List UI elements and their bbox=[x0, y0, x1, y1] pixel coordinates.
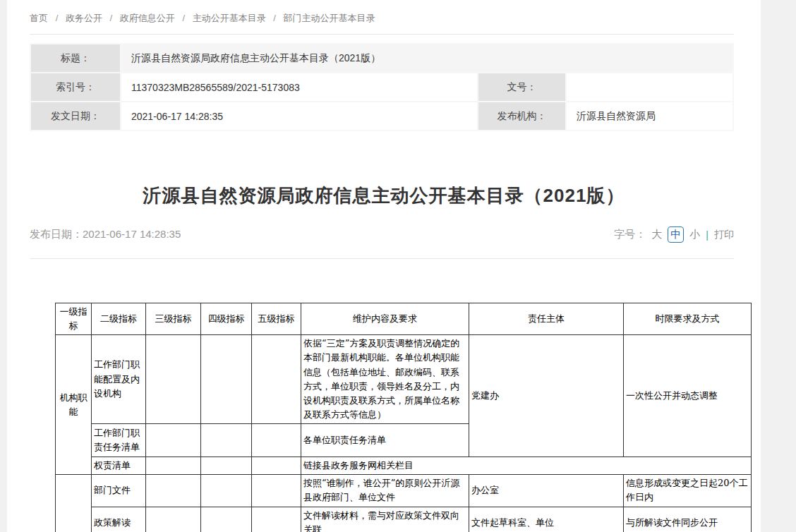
cell-level3 bbox=[146, 507, 201, 532]
cell-timelimit: 一次性公开并动态调整 bbox=[624, 335, 752, 457]
table-header-row: 一级指标 二级指标 三级指标 四级指标 五级指标 维护内容及要求 责任主体 时限… bbox=[56, 303, 752, 335]
meta-row-date: 发文日期： 2021-06-17 14:28:35 发布机构： 沂源县自然资源局 bbox=[30, 102, 733, 131]
header-level1: 一级指标 bbox=[56, 303, 92, 335]
meta-publisher-value: 沂源县自然资源局 bbox=[566, 102, 733, 131]
cell-level5 bbox=[252, 335, 301, 424]
cell-responsible: 党建办 bbox=[469, 335, 624, 457]
meta-issuedate-label: 发文日期： bbox=[30, 102, 121, 131]
header-level2: 二级指标 bbox=[92, 303, 146, 335]
font-size-label: 字号： bbox=[614, 228, 646, 241]
cell-level2: 工作部门职责任务清单 bbox=[92, 424, 146, 457]
meta-issuedate-value: 2021-06-17 14:28:35 bbox=[121, 102, 478, 131]
cell-content: 按照“谁制作，谁公开”的原则公开沂源县政府部门、单位文件 bbox=[301, 475, 469, 507]
cell-level5 bbox=[252, 475, 301, 507]
cell-level4 bbox=[201, 335, 252, 424]
cell-level3 bbox=[146, 424, 201, 457]
cell-level1 bbox=[56, 475, 92, 532]
header-timelimit: 时限要求及方式 bbox=[624, 303, 752, 335]
cell-level3 bbox=[146, 335, 201, 424]
breadcrumb-separator: / bbox=[110, 13, 113, 23]
cell-level5 bbox=[252, 457, 301, 475]
cell-level3 bbox=[146, 475, 201, 507]
cell-content: 文件解读材料，需与对应政策文件双向关联 bbox=[301, 507, 469, 532]
publish-date-value: 2021-06-17 14:28:35 bbox=[83, 228, 181, 240]
article-meta-bar: 发布日期：2021-06-17 14:28:35 字号： 大 中 小 | 打印 bbox=[30, 226, 734, 259]
cell-timelimit: 与所解读文件同步公开 bbox=[624, 507, 752, 532]
cell-level2: 部门文件 bbox=[92, 475, 146, 507]
meta-docnumber-label: 文号： bbox=[478, 73, 566, 102]
breadcrumb-divider bbox=[30, 34, 734, 35]
cell-content: 依据“三定”方案及职责调整情况确定的本部门最新机构职能。各单位机构职能信息（包括… bbox=[301, 335, 469, 424]
breadcrumb: 首页 / 政务公开 / 政府信息公开 / 主动公开基本目录 / 部门主动公开基本… bbox=[7, 0, 761, 34]
cell-responsible: 办公室 bbox=[469, 475, 624, 507]
cell-level5 bbox=[252, 424, 301, 457]
meta-publisher-label: 发布机构： bbox=[478, 102, 566, 131]
cell-level1-jigouzhineng: 机构职能 bbox=[56, 335, 92, 475]
breadcrumb-separator: / bbox=[273, 13, 276, 23]
tools-separator: | bbox=[706, 229, 708, 241]
header-level4: 四级指标 bbox=[201, 303, 252, 335]
breadcrumb-separator: / bbox=[56, 13, 59, 23]
breadcrumb-item-home[interactable]: 首页 bbox=[30, 13, 48, 23]
publish-date-label: 发布日期： bbox=[30, 228, 83, 240]
cell-level2: 工作部门职能配置及内设机构 bbox=[92, 335, 146, 424]
cell-level4 bbox=[201, 457, 252, 475]
meta-row-index: 索引号： 11370323MB28565589/2021-5173083 文号： bbox=[30, 73, 733, 102]
table-row: 机构职能 工作部门职能配置及内设机构 依据“三定”方案及职责调整情况确定的本部门… bbox=[56, 335, 752, 424]
meta-title-value: 沂源县自然资源局政府信息主动公开基本目录（2021版） bbox=[121, 44, 733, 73]
cell-level2: 政策解读 bbox=[92, 507, 146, 532]
meta-docnumber-value bbox=[566, 73, 733, 102]
breadcrumb-item-zhudonggongkai[interactable]: 主动公开基本目录 bbox=[193, 13, 266, 23]
font-size-small-button[interactable]: 小 bbox=[689, 228, 700, 241]
font-size-large-button[interactable]: 大 bbox=[651, 228, 662, 241]
catalog-table: 一级指标 二级指标 三级指标 四级指标 五级指标 维护内容及要求 责任主体 时限… bbox=[55, 303, 752, 532]
header-level5: 五级指标 bbox=[252, 303, 301, 335]
table-row: 部门文件 按照“谁制作，谁公开”的原则公开沂源县政府部门、单位文件 办公室 信息… bbox=[56, 475, 752, 507]
cell-content: 链接县政务服务网相关栏目 bbox=[301, 457, 752, 475]
breadcrumb-item-zhengwu[interactable]: 政务公开 bbox=[66, 13, 102, 23]
table-row: 权责清单 链接县政务服务网相关栏目 bbox=[56, 457, 752, 475]
meta-index-value: 11370323MB28565589/2021-5173083 bbox=[121, 73, 478, 102]
font-size-medium-button[interactable]: 中 bbox=[668, 226, 684, 243]
header-content: 维护内容及要求 bbox=[301, 303, 469, 335]
meta-index-label: 索引号： bbox=[30, 73, 121, 102]
cell-level5 bbox=[252, 507, 301, 532]
cell-timelimit: 信息形成或变更之日起20个工作日内 bbox=[624, 475, 752, 507]
table-row: 政策解读 文件解读材料，需与对应政策文件双向关联 文件起草科室、单位 与所解读文… bbox=[56, 507, 752, 532]
page-content: 首页 / 政务公开 / 政府信息公开 / 主动公开基本目录 / 部门主动公开基本… bbox=[7, 0, 761, 532]
meta-title-label: 标题： bbox=[30, 44, 121, 73]
cell-level4 bbox=[201, 507, 252, 532]
page-title: 沂源县自然资源局政府信息主动公开基本目录（2021版） bbox=[7, 183, 761, 208]
cell-responsible: 文件起草科室、单位 bbox=[469, 507, 624, 532]
cell-level3 bbox=[146, 457, 201, 475]
breadcrumb-item-xinxigongkai[interactable]: 政府信息公开 bbox=[120, 13, 175, 23]
header-level3: 三级指标 bbox=[146, 303, 201, 335]
print-button[interactable]: 打印 bbox=[714, 229, 734, 241]
article-tools: 字号： 大 中 小 | 打印 bbox=[614, 226, 734, 243]
cell-level4 bbox=[201, 475, 252, 507]
breadcrumb-separator: / bbox=[182, 13, 185, 23]
cell-content: 各单位职责任务清单 bbox=[301, 424, 469, 457]
meta-row-title: 标题： 沂源县自然资源局政府信息主动公开基本目录（2021版） bbox=[30, 44, 733, 73]
document-meta-table: 标题： 沂源县自然资源局政府信息主动公开基本目录（2021版） 索引号： 113… bbox=[30, 43, 734, 131]
header-responsible: 责任主体 bbox=[469, 303, 624, 335]
publish-date: 发布日期：2021-06-17 14:28:35 bbox=[30, 228, 181, 241]
breadcrumb-item-bumen[interactable]: 部门主动公开基本目录 bbox=[284, 13, 375, 23]
cell-level2: 权责清单 bbox=[92, 457, 146, 475]
cell-level4 bbox=[201, 424, 252, 457]
